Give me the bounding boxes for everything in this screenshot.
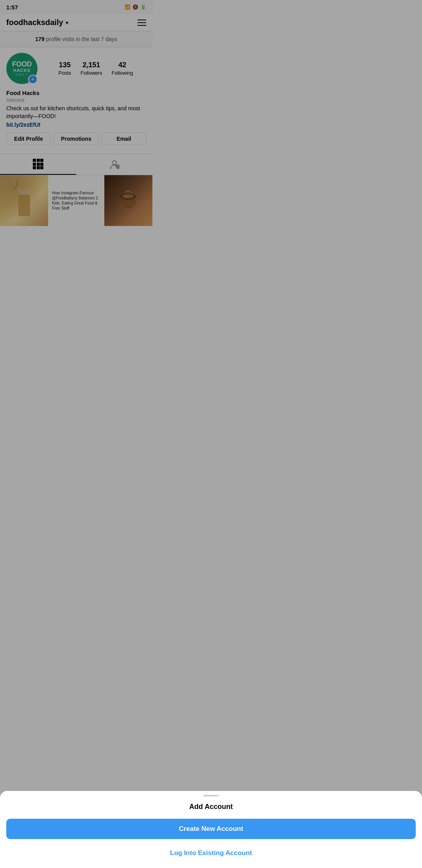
log-into-existing-button[interactable]: Log Into Existing Account bbox=[6, 845, 152, 862]
sheet-title: Add Account bbox=[6, 803, 152, 811]
bottom-sheet: Add Account Create New Account Log Into … bbox=[0, 791, 152, 868]
sheet-overlay[interactable] bbox=[0, 0, 152, 868]
create-new-account-button[interactable]: Create New Account bbox=[6, 819, 152, 839]
